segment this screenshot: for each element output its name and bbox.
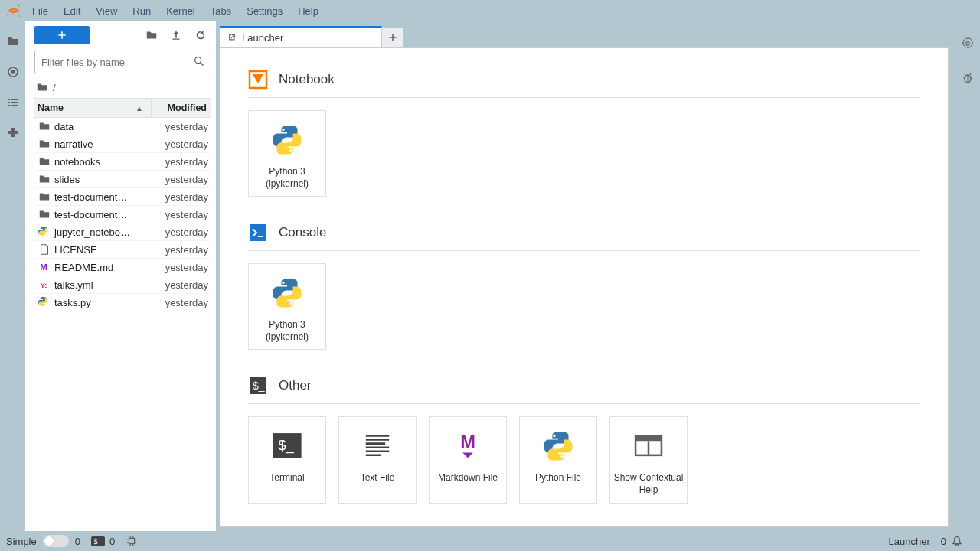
file-name: narrative — [54, 139, 149, 150]
card-label: Python File — [535, 472, 581, 484]
card-label: Terminal — [270, 472, 304, 484]
status-document-label: Launcher — [889, 536, 930, 547]
file-row[interactable]: jupyter_notebo…yesterday — [34, 223, 211, 241]
file-modified: yesterday — [149, 279, 208, 291]
section-icon — [248, 70, 268, 90]
file-name: talks.yml — [54, 279, 149, 291]
file-type-icon — [38, 261, 51, 273]
activity-bar — [0, 21, 25, 531]
file-row[interactable]: LICENSEyesterday — [34, 241, 211, 259]
section-title: Notebook — [279, 72, 335, 87]
file-name: LICENSE — [54, 244, 149, 256]
launcher-card[interactable]: Show Contextual Help — [609, 416, 688, 503]
sort-caret-icon: ▲ — [136, 104, 143, 112]
file-modified: yesterday — [149, 297, 208, 308]
file-row[interactable]: notebooksyesterday — [34, 153, 211, 171]
file-modified: yesterday — [149, 209, 208, 220]
file-name: test-document… — [54, 191, 149, 203]
file-type-icon — [38, 243, 51, 256]
column-name[interactable]: Name▲ — [34, 99, 152, 117]
extensions-tab[interactable] — [2, 118, 24, 148]
launcher-card[interactable]: Terminal — [248, 416, 326, 503]
status-terminal-count[interactable]: $_ 0 — [91, 536, 115, 547]
debugger-tab[interactable] — [961, 71, 975, 87]
refresh-button[interactable] — [190, 26, 211, 44]
card-icon — [358, 426, 397, 466]
card-icon — [267, 426, 307, 466]
breadcrumb-path: / — [53, 82, 56, 93]
file-row[interactable]: test-document…yesterday — [34, 188, 211, 206]
file-row[interactable]: test-document…yesterday — [34, 206, 211, 223]
filter-files-input[interactable] — [34, 51, 211, 73]
section-title: Other — [279, 378, 312, 393]
simple-mode-toggle[interactable] — [43, 535, 69, 547]
menu-edit[interactable]: Edit — [56, 2, 88, 20]
file-row[interactable]: narrativeyesterday — [34, 135, 211, 153]
menu-file[interactable]: File — [24, 2, 56, 20]
file-type-icon — [38, 120, 51, 132]
menu-help[interactable]: Help — [290, 2, 326, 20]
launcher-section-head: Console — [248, 223, 920, 251]
file-row[interactable]: slidesyesterday — [34, 171, 211, 188]
file-type-icon — [38, 226, 51, 238]
new-folder-button[interactable] — [141, 26, 162, 44]
file-name: jupyter_notebo… — [54, 227, 149, 238]
launcher-card[interactable]: Python File — [519, 416, 597, 503]
file-browser-tab[interactable] — [2, 26, 24, 57]
file-type-icon — [38, 296, 51, 308]
card-icon — [267, 273, 307, 313]
new-tab-button[interactable] — [382, 28, 403, 47]
launch-icon — [227, 32, 237, 43]
column-modified[interactable]: Modified — [152, 99, 211, 117]
file-row[interactable]: README.mdyesterday — [34, 259, 211, 276]
file-name: tasks.py — [54, 297, 149, 308]
menu-view[interactable]: View — [88, 2, 125, 20]
file-type-icon — [38, 138, 51, 150]
menu-settings[interactable]: Settings — [239, 2, 290, 20]
file-modified: yesterday — [149, 121, 208, 132]
launcher-card[interactable]: Markdown File — [429, 416, 507, 503]
file-modified: yesterday — [149, 191, 208, 203]
card-icon — [538, 426, 578, 466]
tab-launcher[interactable]: Launcher — [220, 26, 382, 47]
tab-label: Launcher — [242, 32, 283, 44]
section-icon — [248, 376, 268, 396]
file-modified: yesterday — [149, 262, 208, 273]
launcher-cards: Python 3 (ipykernel) — [248, 263, 920, 350]
file-modified: yesterday — [149, 227, 208, 238]
menu-run[interactable]: Run — [125, 2, 158, 20]
toc-tab[interactable] — [2, 87, 24, 118]
status-kernel-indicator[interactable] — [126, 535, 138, 547]
file-type-icon — [38, 279, 51, 291]
upload-button[interactable] — [165, 26, 187, 44]
running-tab[interactable] — [2, 57, 24, 87]
property-inspector-tab[interactable] — [961, 37, 975, 53]
file-row[interactable]: tasks.pyyesterday — [34, 294, 211, 311]
file-name: slides — [54, 174, 149, 185]
status-notification-count[interactable]: 0 — [941, 535, 963, 547]
status-python-count[interactable]: 0 — [75, 536, 80, 547]
new-launcher-button[interactable] — [34, 26, 90, 44]
section-icon — [248, 223, 268, 243]
card-label: Show Contextual Help — [613, 472, 684, 496]
menu-kernel[interactable]: Kernel — [158, 2, 203, 20]
tab-bar: Launcher — [217, 24, 955, 47]
file-type-icon — [38, 155, 51, 168]
chip-icon — [126, 535, 138, 547]
launcher-card[interactable]: Text File — [338, 416, 416, 503]
card-icon — [267, 120, 307, 160]
file-row[interactable]: datayesterday — [34, 118, 211, 135]
card-label: Python 3 (ipykernel) — [252, 319, 322, 343]
card-label: Text File — [361, 472, 395, 484]
jupyter-logo — [3, 0, 24, 21]
launcher-card[interactable]: Python 3 (ipykernel) — [248, 263, 326, 350]
launcher-card[interactable]: Python 3 (ipykernel) — [248, 110, 326, 197]
file-row[interactable]: talks.ymlyesterday — [34, 276, 211, 294]
breadcrumb[interactable]: / — [34, 78, 211, 98]
launcher-section-head: Notebook — [248, 70, 920, 98]
menu-tabs[interactable]: Tabs — [203, 2, 239, 20]
file-list-header: Name▲ Modified — [34, 98, 211, 118]
file-modified: yesterday — [149, 156, 208, 168]
file-toolbar — [34, 26, 211, 44]
bell-icon — [951, 535, 963, 547]
